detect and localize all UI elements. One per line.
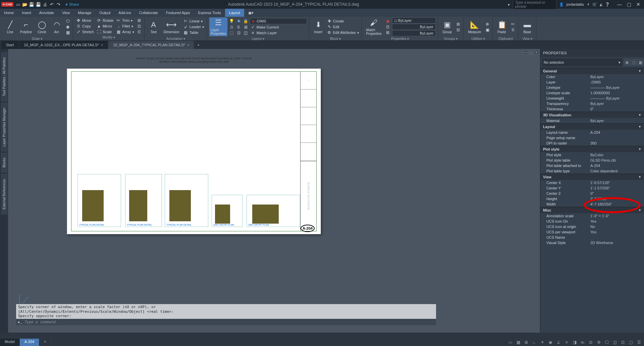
prop-section-misc[interactable]: Misc▼ <box>540 207 644 213</box>
user-dd[interactable]: ▼ <box>587 3 590 6</box>
status-otrack[interactable]: ∠ <box>555 339 562 345</box>
palette-blocks[interactable]: Blocks <box>1 153 7 172</box>
trim-button[interactable]: ✂Trim ▾ <box>115 18 135 23</box>
group-layers-label[interactable]: Layers ▾ <box>209 36 307 41</box>
drawing-canvas[interactable]: — ▢ × REFER TO BID DETAIL SHEET BD-19A F… <box>8 49 540 333</box>
prop-row[interactable]: Center Z0" <box>540 191 644 196</box>
layer-freeze-icon[interactable]: ❄ <box>236 18 242 24</box>
linetype-selector[interactable]: ByLayer <box>392 30 436 36</box>
group-utilities-label[interactable]: Utilities ▾ <box>466 36 490 41</box>
status-monitor[interactable]: 🖵 <box>603 339 610 345</box>
prop-row[interactable]: Page setup name <box>540 135 644 140</box>
prop-color[interactable]: ◉ <box>385 18 391 24</box>
group-block-label[interactable]: Block ▾ <box>312 36 360 41</box>
prop-row[interactable]: Thickness0" <box>540 106 644 112</box>
prop-row[interactable]: ColorByLayer <box>540 74 644 79</box>
prop-row[interactable]: TransparencyByLayer <box>540 101 644 106</box>
group-properties-label[interactable]: Properties ▾ <box>364 36 436 41</box>
tab-manage[interactable]: Manage <box>74 9 96 17</box>
prop-val[interactable]: -DIMS <box>589 80 644 84</box>
create-button[interactable]: ✚Create <box>326 18 360 24</box>
prop-val[interactable]: GLSD Pens.ctb <box>589 158 644 162</box>
prop-val[interactable]: ———— ByLayer <box>589 96 644 100</box>
plan-detail[interactable]: TYPICAL PLAN DETAIL <box>125 174 162 227</box>
prop-val[interactable]: Yes <box>589 219 644 223</box>
prop-row[interactable]: Plot style tableGLSD Pens.ctb <box>540 158 644 163</box>
status-snap[interactable]: ⊞ <box>523 339 530 345</box>
tab-insert[interactable]: Insert <box>18 9 35 17</box>
command-input[interactable]: Type a command <box>24 320 434 324</box>
quick-select-icon[interactable]: ⊞ <box>624 59 630 65</box>
close-tab-icon[interactable]: × <box>101 43 103 47</box>
prop-row[interactable]: Plot table attached toA-204 <box>540 163 644 168</box>
status-workspace[interactable]: ⚙ <box>595 339 602 345</box>
prop-val[interactable]: ByColor <box>589 153 644 157</box>
linear-button[interactable]: ⊢Linear ▾ <box>183 18 205 24</box>
make-current-button[interactable]: ✓Make Current <box>250 24 280 30</box>
copy-clip-button[interactable]: ⎘ <box>510 27 516 33</box>
prop-val[interactable]: ———— ByLayer <box>589 85 644 90</box>
group-annotation-label[interactable]: Annotation ▾ <box>147 36 205 41</box>
group-tool2[interactable]: ⊟ <box>455 27 461 33</box>
tab-featured[interactable]: Featured Apps <box>162 9 194 17</box>
rotate-button[interactable]: ⟳Rotate <box>96 18 114 23</box>
tab-home[interactable]: Home <box>0 9 18 17</box>
prop-row[interactable]: UCS Name <box>540 235 644 240</box>
base-button[interactable]: ▬Base <box>521 17 534 36</box>
prop-val[interactable]: ByLayer <box>589 75 644 79</box>
undo-icon[interactable]: ↶ <box>49 2 54 7</box>
layer-lock-icon[interactable]: 🔒 <box>243 18 249 24</box>
plot-icon[interactable]: 🖨 <box>42 2 48 7</box>
line-button[interactable]: ╱Line <box>3 17 17 36</box>
save-icon[interactable]: 💾 <box>29 2 34 7</box>
prop-row[interactable]: Layer-DIMS <box>540 79 644 85</box>
add-layout-tab[interactable]: + <box>39 339 51 346</box>
group-tool1[interactable]: ⊞ <box>455 21 461 27</box>
prop-section-plot-style[interactable]: Plot style▼ <box>540 146 644 152</box>
status-paper[interactable]: ▭ <box>506 339 514 345</box>
prop-val[interactable]: 1.00000000 <box>589 91 644 95</box>
model-tab[interactable]: Model <box>0 339 20 346</box>
prop-val[interactable]: A-204 <box>589 164 644 168</box>
circle-button[interactable]: ◯Circle <box>35 17 49 36</box>
prop-row[interactable]: Plot styleByColor <box>540 152 644 158</box>
layer-tool3[interactable]: ⊞ <box>243 24 249 30</box>
prop-val[interactable]: Color dependent <box>589 169 644 173</box>
tab-annotate[interactable]: Annotate <box>35 9 58 17</box>
draw-misc1[interactable]: ⬡ <box>65 18 71 24</box>
close-button[interactable]: ✕ <box>634 1 643 8</box>
match-properties-button[interactable]: 🖌Match Properties <box>364 17 384 36</box>
prop-row[interactable]: Width4'-7 185/256" <box>540 201 644 207</box>
prop-row[interactable]: Height2'-3 27/32" <box>540 196 644 201</box>
insert-button[interactable]: ⬇Insert <box>312 17 325 36</box>
new-doctab-button[interactable]: + <box>195 41 202 49</box>
status-ortho[interactable]: ∟ <box>531 339 538 345</box>
group-clipboard-label[interactable]: Clipboard <box>495 36 516 41</box>
prop-val[interactable]: 300 <box>589 141 644 145</box>
prop-row[interactable]: Linetype———— ByLayer <box>540 85 644 90</box>
paper-sheet[interactable]: ◎ MAINGATE POINTE TYPICAL PLAN DETAILTYP… <box>67 68 321 234</box>
group-view-label[interactable]: View ▾ <box>521 36 534 41</box>
prop-val[interactable]: 1'-8 57/128" <box>589 181 644 185</box>
status-hw[interactable]: ⊡ <box>619 339 627 345</box>
prop-row[interactable]: Layout nameA-204 <box>540 130 644 135</box>
prop-val[interactable]: ByLayer <box>589 102 644 106</box>
prop-val[interactable]: ByLayer <box>589 119 644 123</box>
prop-row[interactable]: Visual Style2D Wireframe <box>540 240 644 245</box>
plan-detail[interactable]: TYPICAL PLAN DETAIL <box>77 174 121 227</box>
status-clean[interactable]: ▢ <box>627 339 635 345</box>
draw-misc2[interactable]: ◉ <box>65 24 71 30</box>
saveas-icon[interactable]: 💾 <box>36 2 41 7</box>
prop-row[interactable]: Lineweight———— ByLayer <box>540 96 644 101</box>
group-draw-label[interactable]: Draw ▾ <box>3 36 71 41</box>
prop-val[interactable]: 2D Wireframe <box>589 241 644 245</box>
util-tool1[interactable]: ⊕ <box>484 21 490 27</box>
palette-tool-palettes[interactable]: Tool Palettes - All Palettes <box>1 52 7 101</box>
layer-on-icon[interactable]: 💡 <box>229 18 235 24</box>
plan-detail[interactable]: TYPICAL PLAN DETAIL <box>165 174 208 227</box>
prop-row[interactable]: UCS icon OnYes <box>540 219 644 224</box>
doctab-start[interactable]: Start <box>1 41 18 49</box>
status-custom[interactable]: ☰ <box>635 339 643 345</box>
prop-misc2[interactable]: ⊞ <box>385 30 391 35</box>
group-button[interactable]: ▣Group <box>440 17 454 36</box>
